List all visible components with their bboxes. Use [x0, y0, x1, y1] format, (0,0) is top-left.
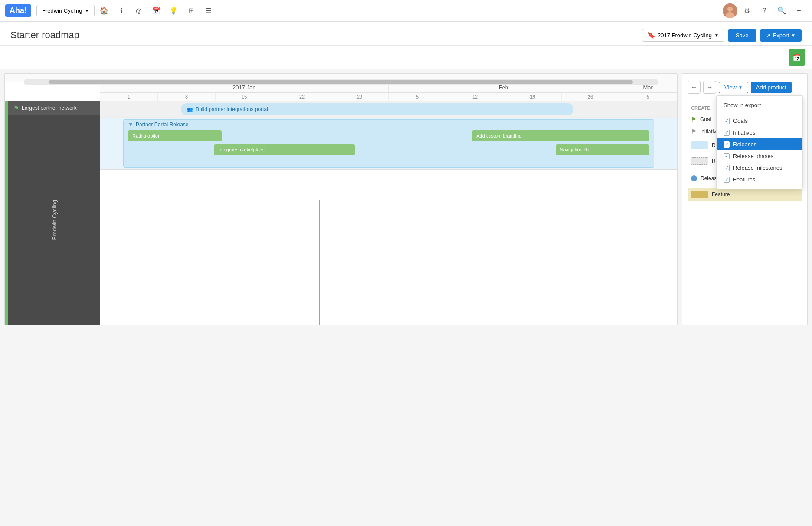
view-button[interactable]: View ▼	[719, 82, 748, 93]
initiative-label: Build partner integrations portal	[196, 106, 268, 112]
date-15: 15	[216, 93, 273, 101]
feature-navigation[interactable]: Navigation ch...	[556, 144, 649, 155]
nav-grid-icon[interactable]: ⊞	[183, 3, 199, 19]
release-header: ▼ Partner Portal Release	[124, 120, 654, 129]
date-12: 12	[446, 93, 504, 101]
chevron-down-icon: ▼	[738, 85, 743, 90]
nav-calendar-icon[interactable]: 📅	[148, 3, 164, 19]
feature-integrate-marketplace[interactable]: Integrate marketplace	[214, 144, 354, 155]
empty-row	[100, 170, 677, 200]
date-29: 29	[331, 93, 389, 101]
goals-checkbox[interactable]	[724, 118, 730, 124]
roadmap-selector[interactable]: 🔖 2017 Fredwin Cycling ▼	[642, 29, 724, 42]
roadmap-name: 2017 Fredwin Cycling	[658, 32, 712, 39]
header-controls: 🔖 2017 Fredwin Cycling ▼ Save ↗ Export ▼	[642, 29, 802, 42]
features-label: Features	[733, 176, 755, 183]
export-share-icon: ↗	[766, 32, 771, 39]
top-nav: Aha! Fredwin Cycling ▼ 🏠 ℹ ◎ 📅 💡 ⊞ ☰ ⚙ ?…	[0, 0, 812, 22]
bookmark-icon: 🔖	[648, 32, 655, 39]
company-label: Fredwin Cycling	[51, 200, 58, 240]
timeline-dates: 1 8 15 22 29 5 12 19 26 5	[100, 93, 677, 101]
add-icon[interactable]: +	[791, 3, 807, 19]
search-icon[interactable]: 🔍	[774, 3, 789, 19]
release-phase-swatch	[691, 157, 708, 165]
goal-flag-icon: ⚑	[13, 105, 19, 112]
goal-row: ⚑ Largest partner network	[8, 101, 100, 115]
nav-list-icon[interactable]: ☰	[200, 3, 216, 19]
calendar-view-button[interactable]: 📅	[789, 49, 805, 66]
date-5b: 5	[619, 93, 677, 101]
company-row: ⚑ Largest partner network Fredwin Cyclin…	[5, 101, 100, 325]
date-5: 5	[389, 93, 446, 101]
feature-row-1: Rating option Add custom branding	[124, 129, 654, 142]
aha-logo[interactable]: Aha!	[5, 4, 31, 17]
export-label: Export	[773, 32, 789, 39]
nav-info-icon[interactable]: ℹ	[114, 3, 129, 19]
initiative-bar[interactable]: 👥 Build partner integrations portal	[181, 103, 573, 115]
release-phases-label: Release phases	[733, 153, 773, 159]
release-phases-checkbox[interactable]	[724, 153, 730, 159]
save-button[interactable]: Save	[728, 29, 756, 42]
initiative-flag-legend-icon: ⚑	[691, 128, 697, 135]
sub-toolbar: 📅	[0, 46, 812, 69]
roadmap-area: 2017 Jan Feb Mar 1 8 15 22 29 5 12 19 26…	[4, 73, 678, 325]
page-header: Starter roadmap 🔖 2017 Fredwin Cycling ▼…	[0, 22, 812, 46]
release-swatch	[691, 141, 708, 149]
feature-row-2: Integrate marketplace Navigation ch...	[124, 142, 654, 157]
initiatives-label: Intiatives	[733, 129, 755, 136]
feature-rating-option[interactable]: Rating option	[128, 130, 222, 141]
help-icon[interactable]: ?	[756, 3, 772, 19]
product-selector[interactable]: Fredwin Cycling ▼	[36, 5, 95, 16]
nav-home-icon[interactable]: 🏠	[96, 3, 112, 19]
scrollbar-thumb	[49, 80, 632, 84]
feature-add-branding[interactable]: Add custom branding	[472, 130, 649, 141]
gantt-body: ⚑ Largest partner network Fredwin Cyclin…	[5, 101, 677, 325]
initiative-icon: 👥	[187, 107, 193, 112]
dropdown-release-phases[interactable]: Release phases	[717, 150, 802, 162]
milestone-dot-swatch	[691, 175, 697, 181]
chevron-down-icon: ▼	[714, 33, 719, 38]
product-name: Fredwin Cycling	[42, 7, 82, 14]
collapse-icon[interactable]: ▼	[128, 122, 133, 128]
dropdown-release-milestones[interactable]: Release milestones	[717, 162, 802, 174]
show-in-export-label: Show in export	[724, 102, 761, 108]
releases-checkbox[interactable]: ✓	[724, 141, 730, 148]
release-milestones-label: Release milestones	[733, 164, 782, 171]
date-8: 8	[158, 93, 216, 101]
svg-point-1	[727, 7, 733, 12]
goal-text: Largest partner network	[22, 105, 77, 111]
nav-bulb-icon[interactable]: 💡	[166, 3, 181, 19]
date-26: 26	[562, 93, 619, 101]
legend-feature[interactable]: Feature	[688, 188, 802, 201]
nav-target-icon[interactable]: ◎	[131, 3, 147, 19]
main-content: 2017 Jan Feb Mar 1 8 15 22 29 5 12 19 26…	[0, 69, 812, 329]
timeline-scrollbar[interactable]	[24, 79, 658, 85]
undo-button[interactable]: ←	[688, 81, 701, 94]
dropdown-releases[interactable]: ✓ Releases	[717, 138, 802, 150]
date-1: 1	[100, 93, 158, 101]
goal-flag-legend-icon: ⚑	[691, 116, 697, 123]
release-label: Partner Portal Release	[136, 122, 188, 128]
goals-label: Goals	[733, 118, 748, 124]
sidebar-panel: ← → View ▼ Add product Create ⚑ Goal ⚑ I…	[682, 73, 808, 325]
features-checkbox[interactable]	[724, 177, 730, 183]
initiatives-checkbox[interactable]	[724, 130, 730, 136]
redo-button[interactable]: →	[703, 81, 716, 94]
dropdown-features[interactable]: Features	[717, 174, 802, 185]
export-button[interactable]: ↗ Export ▼	[760, 29, 802, 42]
settings-icon[interactable]: ⚙	[739, 3, 755, 19]
page-title: Starter roadmap	[10, 30, 642, 41]
release-bar[interactable]: ▼ Partner Portal Release Rating option A…	[123, 119, 654, 168]
add-product-button[interactable]: Add product	[751, 82, 792, 93]
dropdown-show-in-export[interactable]: Show in export	[717, 99, 802, 111]
right-panel: 👥 Build partner integrations portal ▼ Pa…	[100, 101, 677, 325]
chevron-down-icon: ▼	[791, 33, 796, 38]
left-panel: ⚑ Largest partner network Fredwin Cyclin…	[5, 101, 100, 325]
date-19: 19	[504, 93, 562, 101]
dropdown-goals[interactable]: Goals	[717, 115, 802, 127]
dropdown-initiatives[interactable]: Intiatives	[717, 127, 802, 138]
initiative-row: 👥 Build partner integrations portal	[100, 101, 677, 118]
avatar[interactable]	[723, 3, 737, 18]
release-milestones-checkbox[interactable]	[724, 165, 730, 171]
release-row: ▼ Partner Portal Release Rating option A…	[100, 118, 677, 170]
